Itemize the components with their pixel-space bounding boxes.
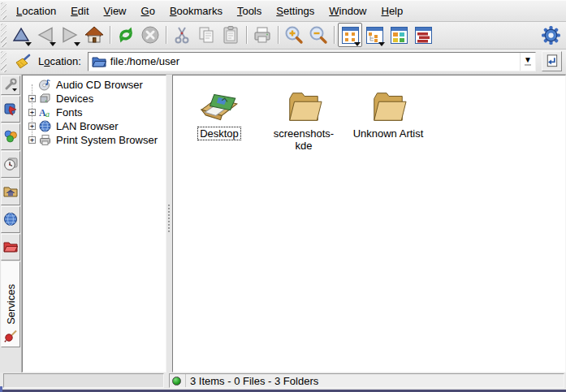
bookmarks-icon [3, 101, 18, 116]
menu-settings[interactable]: Settings [269, 2, 322, 19]
file-label-desktop[interactable]: Desktop [198, 127, 240, 140]
printer-tree-icon [39, 134, 51, 146]
configure-wrench-icon [4, 78, 18, 92]
menu-window[interactable]: Window [322, 2, 374, 19]
icon-view-icon [342, 27, 359, 44]
print-button[interactable] [250, 23, 274, 47]
paste-button[interactable] [218, 23, 243, 47]
tree-item-print-system-browser[interactable]: + Print System Browser [24, 133, 166, 147]
audio-cd-icon [39, 79, 51, 91]
sidebar-tab-bookmarks[interactable] [1, 96, 20, 123]
menu-bar: Location Edit View Go Bookmarks Tools Se… [0, 1, 566, 22]
menu-help[interactable]: Help [374, 2, 411, 19]
toolbar-separator [246, 26, 247, 44]
pushpin-icon [4, 330, 17, 342]
location-dropdown-button[interactable]: ▼ [520, 53, 535, 71]
status-text: 3 Items - 0 Files - 3 Folders [185, 374, 318, 387]
print-icon [253, 25, 272, 45]
tree-item-devices[interactable]: + Devices [24, 92, 166, 106]
fonts-icon: A a [39, 106, 51, 118]
tree-item-audio-cd-browser[interactable]: Audio CD Browser [24, 78, 166, 92]
toolbar-separator [334, 26, 335, 44]
sidebar-tab-root-folder[interactable] [1, 234, 20, 261]
expander-plus-icon[interactable]: + [28, 109, 36, 116]
tree-view-button[interactable] [362, 23, 387, 47]
file-label-screenshots-kde[interactable]: screenshots-kde [266, 127, 342, 152]
file-item-unknown-artist[interactable]: Unknown Artist [347, 84, 430, 140]
up-button[interactable] [9, 23, 33, 47]
reload-button[interactable] [114, 23, 138, 47]
menu-bookmarks[interactable]: Bookmarks [162, 2, 230, 19]
expander-plus-icon[interactable]: + [28, 95, 36, 102]
expander-plus-icon[interactable]: + [28, 123, 36, 130]
combo-arrow-icon: ▼ [524, 57, 532, 63]
devices-tree-icon [39, 93, 51, 105]
toolbar-drag-handle[interactable] [1, 24, 6, 47]
sidebar-tab-home-folder[interactable] [1, 179, 20, 205]
copy-button[interactable] [194, 23, 218, 47]
sidebar-tab-network[interactable] [1, 206, 20, 233]
sidebar-tabbar: Services [0, 75, 22, 373]
zoom-out-button[interactable] [306, 23, 331, 47]
sidebar-tab-devices[interactable] [1, 123, 20, 150]
zoom-in-icon [284, 25, 304, 45]
menu-edit[interactable]: Edit [63, 2, 96, 19]
tree-view-dropdown-arrow-icon[interactable] [378, 42, 385, 46]
up-dropdown-arrow-icon[interactable] [25, 42, 32, 46]
reload-icon [116, 25, 136, 45]
tree-item-fonts[interactable]: + A a Fonts [24, 106, 166, 119]
forward-dropdown-arrow-icon[interactable] [74, 42, 80, 46]
stop-icon [140, 25, 160, 45]
home-folder-icon [3, 184, 18, 199]
location-input[interactable]: file:/home/user [106, 55, 520, 67]
back-dropdown-arrow-icon[interactable] [50, 42, 56, 46]
multicolumn-view-button[interactable] [387, 23, 411, 47]
menu-location[interactable]: Location [9, 2, 63, 19]
cut-button[interactable] [170, 23, 194, 47]
folder-icon [369, 88, 407, 124]
sidebar-tab-services[interactable]: Services [1, 261, 20, 347]
clear-location-broom-icon [14, 53, 32, 71]
kde-gear-icon [541, 25, 561, 45]
sidebar-tab-history[interactable] [1, 151, 20, 178]
file-item-desktop[interactable]: Desktop [178, 84, 261, 140]
paste-clipboard-icon [221, 25, 240, 45]
detail-view-button[interactable] [411, 23, 435, 47]
home-icon [84, 25, 104, 45]
tree-item-lan-browser[interactable]: + LAN Browser [24, 119, 166, 133]
file-item-screenshots-kde[interactable]: screenshots-kde [262, 84, 345, 152]
history-clock-icon [3, 157, 18, 171]
clear-location-button[interactable] [12, 51, 33, 72]
expander-plus-icon[interactable]: + [28, 136, 36, 144]
konqueror-window: Location Edit View Go Bookmarks Tools Se… [0, 0, 566, 392]
status-message-area: 3 Items - 0 Files - 3 Folders [169, 373, 564, 388]
detail-view-icon [415, 27, 432, 44]
zoom-out-icon [309, 25, 328, 45]
main-toolbar [0, 22, 566, 50]
file-label-unknown-artist[interactable]: Unknown Artist [352, 127, 426, 140]
menu-view[interactable]: View [97, 2, 134, 19]
menu-tools[interactable]: Tools [230, 2, 269, 19]
menu-go[interactable]: Go [134, 2, 162, 19]
icon-view-dropdown-arrow-icon[interactable] [354, 42, 361, 46]
home-button[interactable] [82, 23, 106, 47]
menubar-drag-handle[interactable] [1, 2, 6, 19]
devices-icon [3, 129, 18, 144]
stop-button[interactable] [138, 23, 162, 47]
status-progress-area [3, 373, 164, 388]
sidebar-splitter[interactable] [166, 75, 172, 373]
toolbar-separator [278, 26, 279, 44]
go-button[interactable] [542, 51, 562, 71]
toolbar-separator [166, 26, 166, 44]
network-globe-icon [3, 212, 18, 226]
folder-icon-view[interactable]: Desktop screenshots-kde [172, 75, 566, 373]
location-combobox[interactable]: file:/home/user ▼ [88, 52, 536, 71]
blue-folder-icon [92, 55, 106, 67]
locationbar-drag-handle[interactable] [1, 51, 6, 72]
icon-view-button[interactable] [338, 23, 362, 47]
back-button[interactable] [33, 23, 58, 47]
services-tree: Audio CD Browser + Devices + A a [24, 78, 166, 147]
zoom-in-button[interactable] [282, 23, 306, 47]
forward-button[interactable] [58, 23, 82, 47]
sidebar-configure-button[interactable] [1, 75, 20, 95]
